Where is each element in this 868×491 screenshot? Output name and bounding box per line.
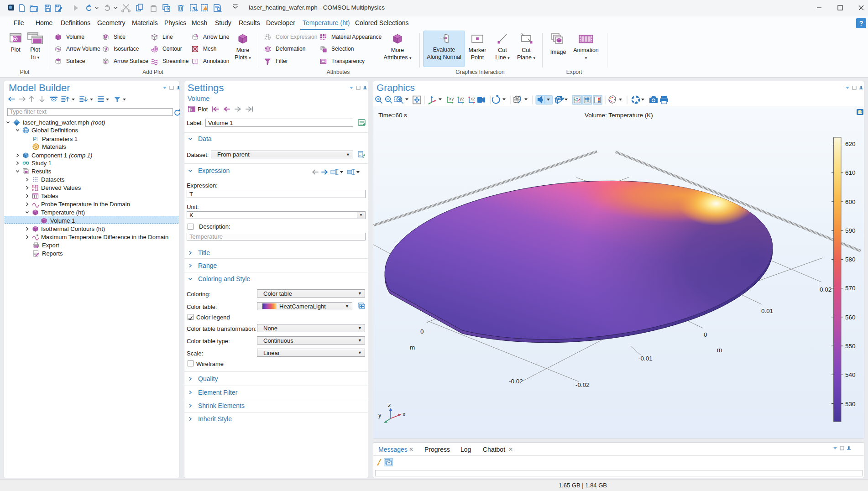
svg-text:-0.02: -0.02 <box>509 378 523 385</box>
svg-text:540: 540 <box>845 371 856 378</box>
svg-text:xz: xz <box>471 96 476 101</box>
svg-text:-0.01: -0.01 <box>638 355 653 362</box>
svg-text:0: 0 <box>420 328 424 335</box>
svg-text:Time=60 s: Time=60 s <box>378 112 407 119</box>
svg-text:570: 570 <box>845 285 856 292</box>
svg-text:550: 550 <box>845 343 856 350</box>
svg-text:z: z <box>388 402 391 408</box>
svg-text:-0.02: -0.02 <box>575 381 590 388</box>
svg-text:Volume: Temperature (K): Volume: Temperature (K) <box>585 112 653 119</box>
svg-text:0.02: 0.02 <box>820 286 831 293</box>
svg-text:0.01: 0.01 <box>761 308 773 314</box>
svg-text:m: m <box>410 344 415 351</box>
svg-text:x: x <box>403 411 406 418</box>
svg-text:590: 590 <box>845 227 856 234</box>
svg-text:530: 530 <box>845 401 856 407</box>
svg-text:610: 610 <box>845 169 856 176</box>
svg-text:560: 560 <box>845 314 856 321</box>
svg-text:580: 580 <box>845 256 856 263</box>
svg-text:8.85: 8.85 <box>32 185 38 188</box>
svg-text:0: 0 <box>704 331 707 338</box>
svg-text:xy: xy <box>449 96 454 101</box>
svg-text:620: 620 <box>845 141 856 147</box>
svg-text:i: i <box>37 136 37 142</box>
svg-text:y: y <box>378 412 382 418</box>
svg-text:600: 600 <box>845 198 856 205</box>
svg-text:yz: yz <box>460 96 465 101</box>
svg-text:e-12: e-12 <box>32 188 38 191</box>
svg-text:m: m <box>717 346 722 353</box>
svg-text:P: P <box>33 136 37 142</box>
